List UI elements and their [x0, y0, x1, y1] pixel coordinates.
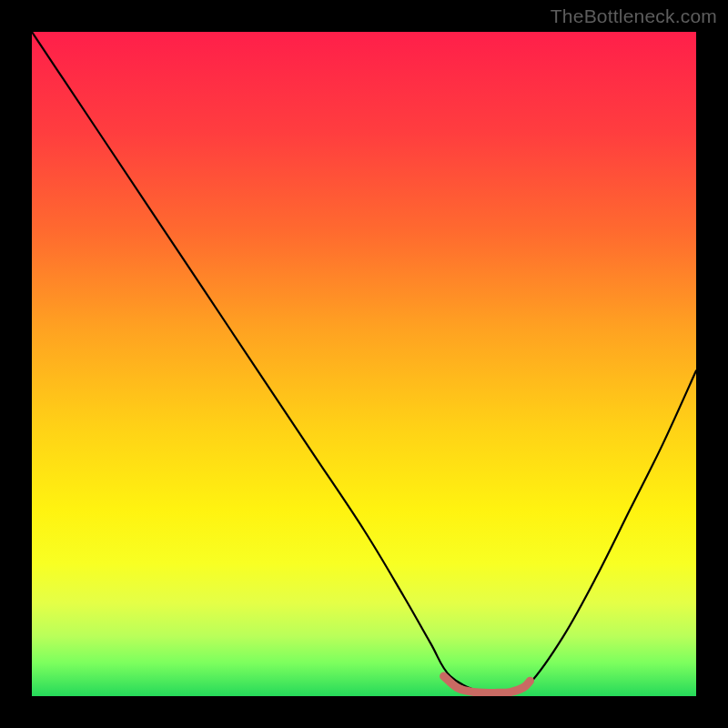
- background-gradient: [32, 32, 696, 696]
- plot-area: [32, 32, 696, 696]
- chart-frame: TheBottleneck.com: [0, 0, 728, 728]
- svg-rect-0: [32, 32, 696, 696]
- watermark-text: TheBottleneck.com: [551, 5, 717, 27]
